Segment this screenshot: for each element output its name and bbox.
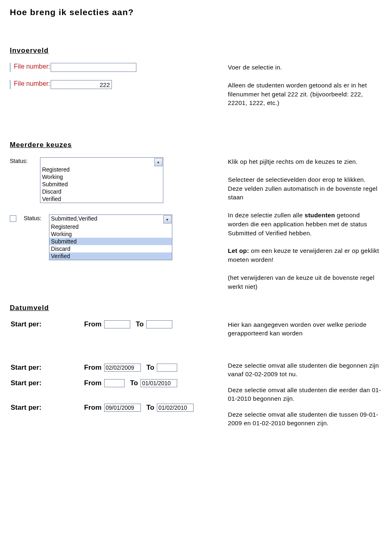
status-option[interactable]: Submitted — [49, 238, 172, 245]
file-number-row-1: File number: — [10, 63, 214, 72]
file-number-label: File number: — [14, 80, 51, 87]
heading-datumveld: Datumveld — [10, 304, 382, 312]
start-per-label: Start per: — [11, 364, 84, 372]
invoerveld-desc-1: Voer de selectie in. — [228, 63, 382, 72]
from-date-input[interactable] — [104, 379, 125, 387]
keuzes-desc-3: In deze selectie zullen alle studenten g… — [228, 211, 382, 237]
file-number-input-empty[interactable] — [51, 63, 136, 72]
file-number-input-222[interactable] — [51, 80, 112, 89]
status-option[interactable]: Verified — [40, 195, 163, 203]
status-label: Status: — [10, 157, 38, 164]
status-option[interactable]: Discard — [40, 188, 163, 195]
status-selected-blank — [40, 158, 154, 166]
from-date-input[interactable] — [104, 404, 141, 412]
from-label: From — [84, 379, 102, 387]
to-label: To — [147, 404, 155, 412]
keuzes-desc-4: Let op: om een keuze te verwijderen zal … — [228, 246, 382, 264]
from-label: From — [84, 404, 102, 412]
status-dropdown-2[interactable]: Submitted,Verified ▾ Registered Working … — [49, 214, 172, 260]
status-selected-value: Submitted,Verified — [49, 215, 163, 223]
status-dropdown-1[interactable]: ▾ Registered Working Submitted Discard V… — [40, 157, 163, 203]
file-number-row-2: File number: — [10, 80, 214, 89]
file-number-label: File number: — [14, 63, 51, 70]
status-option[interactable]: Working — [49, 230, 172, 238]
status-select-2: Status: Submitted,Verified ▾ Registered … — [10, 214, 214, 260]
heading-keuzes: Meerdere keuzes — [10, 141, 382, 149]
keuzes-desc-2: Selecteer de selectievelden door erop te… — [228, 175, 382, 202]
start-per-label: Start per: — [11, 404, 84, 412]
status-checkbox[interactable] — [10, 215, 16, 222]
datum-side-2: Deze selectie omvat alle studenten die b… — [228, 361, 382, 378]
status-option[interactable]: Working — [40, 173, 163, 181]
invoerveld-desc-2: Alleen de studenten worden getoond als e… — [228, 81, 382, 107]
status-option[interactable]: Submitted — [40, 181, 163, 188]
from-label: From — [84, 320, 102, 328]
page-title: Hoe breng ik selecties aan? — [10, 7, 382, 17]
to-label: To — [147, 364, 155, 372]
status-label: Status: — [24, 214, 47, 221]
chevron-down-icon[interactable]: ▾ — [163, 215, 172, 223]
date-row-3: Start per: From To — [11, 379, 214, 387]
text-bold: studenten — [305, 212, 335, 219]
from-label: From — [84, 364, 102, 372]
status-option[interactable]: Verified — [49, 252, 172, 260]
to-label: To — [136, 320, 144, 328]
text-bold: Let op: — [228, 247, 249, 254]
chevron-down-icon[interactable]: ▾ — [154, 158, 163, 166]
date-row-4: Start per: From To — [11, 404, 214, 412]
to-date-input[interactable] — [146, 320, 172, 328]
to-date-input[interactable] — [157, 364, 177, 372]
keuzes-desc-5: (het verwijderen van de keuze uit de bov… — [228, 273, 382, 291]
from-date-input[interactable] — [104, 364, 141, 372]
start-per-label: Start per: — [11, 379, 84, 387]
start-per-label: Start per: — [11, 320, 84, 328]
status-option[interactable]: Registered — [49, 223, 172, 230]
datum-side-1: Hier kan aangegeven worden over welke pe… — [228, 320, 382, 337]
date-row-2: Start per: From To — [11, 364, 214, 372]
status-options-list-1: Registered Working Submitted Discard Ver… — [40, 166, 163, 203]
datum-side-4: Deze selectie omvat alle studenten die t… — [228, 410, 382, 427]
status-options-list-2: Registered Working Submitted Discard Ver… — [49, 223, 172, 260]
datum-side-3: Deze selectie omvat alle studenten die e… — [228, 386, 382, 403]
status-option[interactable]: Registered — [40, 166, 163, 173]
status-select-1: Status: ▾ Registered Working Submitted D… — [10, 157, 214, 203]
from-date-input[interactable] — [104, 320, 130, 328]
text: om een keuze te verwijderen zal er op ge… — [228, 247, 379, 263]
status-option[interactable]: Discard — [49, 245, 172, 252]
keuzes-desc-1: Klik op het pijltje rechts om de keuzes … — [228, 157, 382, 166]
text: In deze selectie zullen alle — [228, 212, 305, 219]
date-row-1: Start per: From To — [11, 320, 214, 328]
heading-invoerveld: Invoerveld — [10, 47, 382, 55]
to-date-input[interactable] — [140, 379, 177, 387]
to-date-input[interactable] — [157, 404, 194, 412]
to-label: To — [130, 379, 138, 387]
